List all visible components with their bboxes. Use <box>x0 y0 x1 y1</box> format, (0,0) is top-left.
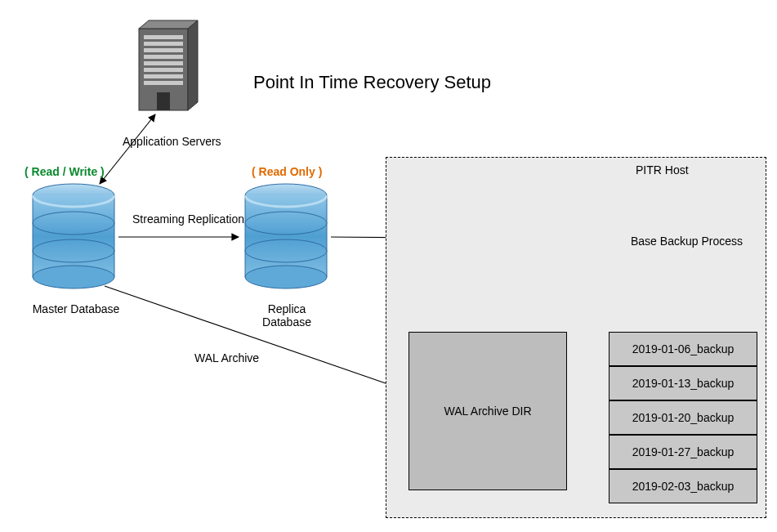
wal-archive-dir-box: WAL Archive DIR <box>409 332 567 490</box>
replica-db-label: Replica Database <box>242 302 332 329</box>
backup-item-label: 2019-01-13_backup <box>632 377 735 390</box>
app-servers-label: Application Servers <box>123 135 221 148</box>
base-backup-label: Base Backup Process <box>631 235 743 248</box>
master-db-icon <box>33 184 114 288</box>
svg-rect-10 <box>144 81 183 85</box>
backup-item: 2019-02-03_backup <box>609 469 757 503</box>
svg-rect-8 <box>144 68 183 72</box>
streaming-replication-label: Streaming Replication <box>132 212 244 226</box>
svg-point-14 <box>33 266 114 288</box>
svg-rect-4 <box>144 42 183 46</box>
svg-rect-5 <box>144 48 183 52</box>
pitr-host-label: PITR Host <box>636 163 689 177</box>
arrow-app-master <box>100 114 155 184</box>
svg-rect-11 <box>157 92 170 110</box>
wal-archive-label: WAL Archive <box>194 351 259 364</box>
svg-marker-2 <box>188 20 198 110</box>
backup-item-label: 2019-01-20_backup <box>632 411 735 424</box>
backup-item-label: 2019-01-27_backup <box>632 445 735 458</box>
replica-db-icon <box>245 184 327 288</box>
backup-item-label: 2019-01-06_backup <box>632 342 735 355</box>
backup-item-label: 2019-02-03_backup <box>632 480 735 493</box>
backup-item: 2019-01-06_backup <box>609 332 757 366</box>
read-only-label: ( Read Only ) <box>252 165 322 178</box>
read-write-label: ( Read / Write ) <box>25 165 105 178</box>
backup-item: 2019-01-27_backup <box>609 435 757 469</box>
svg-rect-7 <box>144 61 183 65</box>
svg-rect-9 <box>144 74 183 78</box>
wal-dir-label: WAL Archive DIR <box>444 405 531 418</box>
diagram-canvas: Point In Time Recovery Setup <box>0 0 777 532</box>
master-db-label: Master Database <box>31 302 121 315</box>
svg-rect-6 <box>144 55 183 59</box>
svg-point-19 <box>245 266 327 288</box>
backup-item: 2019-01-13_backup <box>609 366 757 400</box>
server-icon <box>139 20 198 110</box>
backups-list: 2019-01-06_backup 2019-01-13_backup 2019… <box>609 332 757 503</box>
backup-item: 2019-01-20_backup <box>609 400 757 435</box>
svg-rect-3 <box>144 35 183 39</box>
